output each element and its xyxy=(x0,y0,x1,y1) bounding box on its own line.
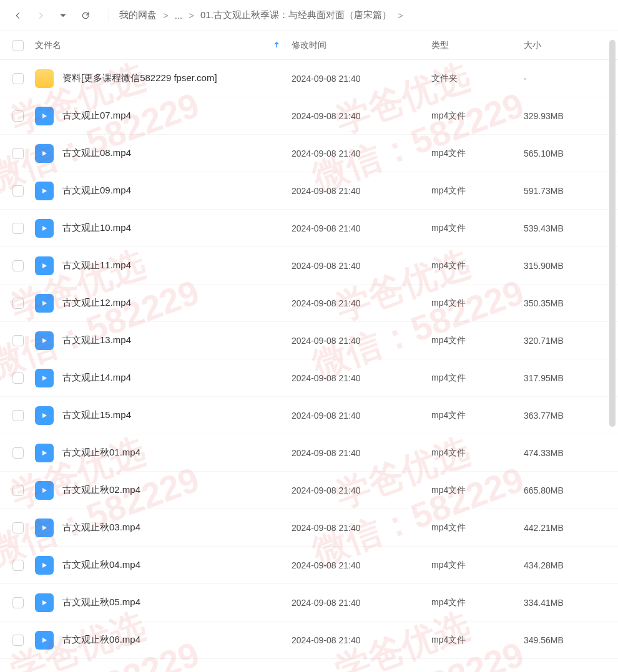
row-checkbox[interactable] xyxy=(12,223,24,234)
row-checkbox[interactable] xyxy=(12,260,24,271)
row-checkbox[interactable] xyxy=(12,73,24,84)
row-checkbox[interactable] xyxy=(12,635,24,646)
breadcrumb-sep: > xyxy=(395,10,406,21)
file-size: 329.93MB xyxy=(524,111,618,121)
file-row[interactable]: 古文观止09.mp42024-09-08 21:40mp4文件591.73MB xyxy=(0,172,618,210)
row-checkbox[interactable] xyxy=(12,185,24,197)
row-checkbox[interactable] xyxy=(12,522,24,533)
file-name[interactable]: 古文观止10.mp4 xyxy=(62,222,131,234)
file-name[interactable]: 古文观止秋05.mp4 xyxy=(62,597,140,608)
col-check xyxy=(12,597,35,608)
breadcrumb-ellipsis[interactable]: ... xyxy=(175,10,183,21)
file-row[interactable]: 资料[更多课程微信582229 fpser.com]2024-09-08 21:… xyxy=(0,60,618,97)
video-file-icon xyxy=(35,182,54,200)
file-time: 2024-09-08 21:40 xyxy=(292,448,431,458)
sort-asc-icon xyxy=(273,41,280,51)
file-time: 2024-09-08 21:40 xyxy=(292,598,431,608)
col-size-header[interactable]: 大小 xyxy=(524,40,618,51)
file-name[interactable]: 古文观止09.mp4 xyxy=(62,185,131,197)
file-type: mp4文件 xyxy=(431,597,524,608)
video-file-icon xyxy=(35,593,54,612)
scrollbar-thumb[interactable] xyxy=(609,40,616,427)
column-headers: 文件名 修改时间 类型 大小 xyxy=(0,31,618,60)
file-row[interactable]: 古文观止秋06.mp42024-09-08 21:40mp4文件349.56MB xyxy=(0,621,618,659)
select-all-checkbox[interactable] xyxy=(12,40,24,51)
row-checkbox[interactable] xyxy=(12,447,24,459)
col-name: 古文观止07.mp4 xyxy=(35,107,292,125)
file-row[interactable]: 古文观止12.mp42024-09-08 21:40mp4文件350.35MB xyxy=(0,285,618,322)
col-check xyxy=(12,447,35,459)
row-checkbox[interactable] xyxy=(12,148,24,159)
forward-button[interactable] xyxy=(35,10,46,21)
file-name[interactable]: 资料[更多课程微信582229 fpser.com] xyxy=(62,72,217,84)
file-row[interactable]: 古文观止08.mp42024-09-08 21:40mp4文件565.10MB xyxy=(0,135,618,172)
col-name-header[interactable]: 文件名 xyxy=(35,40,292,51)
file-row[interactable]: 古文观止13.mp42024-09-08 21:40mp4文件320.71MB xyxy=(0,322,618,359)
col-check xyxy=(12,298,35,309)
row-checkbox[interactable] xyxy=(12,485,24,496)
nav-icons xyxy=(12,10,91,21)
file-row[interactable]: 古文观止07.mp42024-09-08 21:40mp4文件329.93MB xyxy=(0,97,618,135)
file-name[interactable]: 古文观止秋04.mp4 xyxy=(62,559,140,571)
col-check xyxy=(12,73,35,84)
video-file-icon xyxy=(35,256,54,275)
file-name[interactable]: 古文观止秋06.mp4 xyxy=(62,634,140,646)
history-dropdown[interactable] xyxy=(57,10,69,21)
file-type: mp4文件 xyxy=(431,298,524,309)
file-type: 文件夹 xyxy=(431,73,524,84)
file-time: 2024-09-08 21:40 xyxy=(292,336,431,346)
file-name[interactable]: 古文观止07.mp4 xyxy=(62,110,131,122)
col-name: 古文观止09.mp4 xyxy=(35,182,292,200)
file-time: 2024-09-08 21:40 xyxy=(292,560,431,570)
scrollbar-track[interactable] xyxy=(608,37,617,670)
file-type: mp4文件 xyxy=(431,223,524,234)
file-type: mp4文件 xyxy=(431,447,524,459)
file-row[interactable]: 古文观止15.mp42024-09-08 21:40mp4文件363.77MB xyxy=(0,397,618,434)
file-name[interactable]: 古文观止08.mp4 xyxy=(62,147,131,159)
col-time-header[interactable]: 修改时间 xyxy=(292,40,431,51)
file-row[interactable]: 古文观止11.mp42024-09-08 21:40mp4文件315.90MB xyxy=(0,247,618,285)
row-checkbox[interactable] xyxy=(12,110,24,122)
refresh-button[interactable] xyxy=(80,10,91,21)
video-file-icon xyxy=(35,406,54,425)
row-checkbox[interactable] xyxy=(12,298,24,309)
row-checkbox[interactable] xyxy=(12,560,24,571)
file-name[interactable]: 古文观止14.mp4 xyxy=(62,372,131,384)
col-name: 古文观止秋01.mp4 xyxy=(35,444,292,462)
file-row[interactable]: 古文观止秋04.mp42024-09-08 21:40mp4文件434.28MB xyxy=(0,547,618,584)
back-button[interactable] xyxy=(12,10,24,21)
file-size: 591.73MB xyxy=(524,186,618,196)
file-name[interactable]: 古文观止秋02.mp4 xyxy=(62,484,140,496)
file-size: 474.33MB xyxy=(524,448,618,458)
col-name: 古文观止秋04.mp4 xyxy=(35,556,292,575)
file-type: mp4文件 xyxy=(431,410,524,421)
breadcrumb-current[interactable]: 01.古文观止秋季课：与经典面对面（唐宋篇） xyxy=(200,9,391,21)
file-row[interactable]: 古文观止秋05.mp42024-09-08 21:40mp4文件334.41MB xyxy=(0,584,618,621)
breadcrumb-root[interactable]: 我的网盘 xyxy=(119,9,157,21)
file-row[interactable]: 古文观止秋02.mp42024-09-08 21:40mp4文件665.80MB xyxy=(0,472,618,509)
col-check xyxy=(12,373,35,384)
row-checkbox[interactable] xyxy=(12,373,24,384)
file-row[interactable]: 古文观止14.mp42024-09-08 21:40mp4文件317.95MB xyxy=(0,359,618,397)
file-row[interactable]: 古文观止10.mp42024-09-08 21:40mp4文件539.43MB xyxy=(0,210,618,247)
file-time: 2024-09-08 21:40 xyxy=(292,186,431,196)
file-type: mp4文件 xyxy=(431,110,524,122)
file-row[interactable]: 古文观止秋01.mp42024-09-08 21:40mp4文件474.33MB xyxy=(0,434,618,472)
video-file-icon xyxy=(35,107,54,125)
file-row[interactable]: 古文观止秋03.mp42024-09-08 21:40mp4文件442.21MB xyxy=(0,509,618,547)
col-check xyxy=(12,40,35,51)
row-checkbox[interactable] xyxy=(12,597,24,608)
row-checkbox[interactable] xyxy=(12,335,24,346)
file-name[interactable]: 古文观止13.mp4 xyxy=(62,334,131,346)
file-time: 2024-09-08 21:40 xyxy=(292,261,431,271)
file-name[interactable]: 古文观止11.mp4 xyxy=(62,260,131,271)
col-name: 资料[更多课程微信582229 fpser.com] xyxy=(35,69,292,88)
video-file-icon xyxy=(35,481,54,500)
file-name[interactable]: 古文观止秋01.mp4 xyxy=(62,447,140,459)
file-name[interactable]: 古文观止秋03.mp4 xyxy=(62,522,140,533)
file-name[interactable]: 古文观止12.mp4 xyxy=(62,297,131,309)
row-checkbox[interactable] xyxy=(12,410,24,421)
col-size-label: 大小 xyxy=(524,40,541,50)
file-name[interactable]: 古文观止15.mp4 xyxy=(62,409,131,421)
col-type-header[interactable]: 类型 xyxy=(431,40,524,51)
